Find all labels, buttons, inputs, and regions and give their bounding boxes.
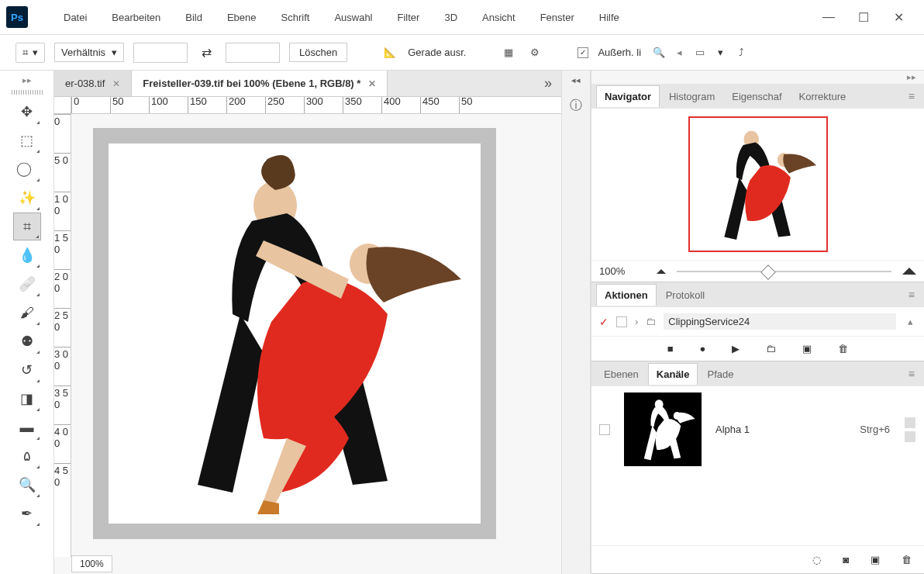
swap-dimensions-icon[interactable]: ⇄ (197, 45, 216, 60)
stop-action-icon[interactable]: ■ (667, 343, 674, 354)
chevron-down-icon: ▾ (33, 47, 38, 58)
ratio-select[interactable]: Verhältnis ▾ (54, 43, 124, 62)
zoom-out-icon[interactable] (657, 269, 666, 274)
channel-visibility-toggle[interactable] (599, 424, 610, 435)
new-channel-icon[interactable]: ▣ (871, 554, 880, 565)
collapse-panels-icon[interactable]: ▸▸ (591, 71, 924, 84)
expand-toolbar-icon[interactable]: ▸▸ (22, 75, 32, 85)
canvas-viewport[interactable]: 05010015020025030035040045050 05 01 0 01… (54, 97, 561, 574)
marquee-tool[interactable]: ⬚ (13, 126, 41, 154)
load-selection-icon[interactable]: ◌ (812, 554, 821, 565)
ruler-origin[interactable] (54, 97, 71, 114)
menu-window[interactable]: Fenster (528, 0, 587, 35)
panel-menu-icon[interactable]: ≡ (904, 90, 919, 102)
move-tool[interactable]: ✥ (13, 98, 41, 126)
document-tab[interactable]: Freisteller-039.tif bei 100% (Ebene 1, R… (132, 71, 388, 96)
channel-row[interactable]: Alpha 1 Strg+6 (591, 386, 924, 472)
tab-layers[interactable]: Ebenen (596, 364, 646, 385)
tab-adjustments[interactable]: Korrekture (791, 86, 854, 107)
settings-gear-icon[interactable]: ⚙ (526, 44, 543, 61)
channels-panel: Ebenen Kanäle Pfade ≡ (591, 361, 924, 574)
new-action-icon[interactable]: ▣ (802, 343, 812, 354)
action-set-row[interactable]: ClippingService24 (664, 313, 896, 330)
collapse-strip-icon[interactable]: ◂◂ (571, 75, 581, 85)
brush-tool[interactable]: 🖌 (13, 299, 41, 327)
toolbar-handle[interactable] (12, 90, 43, 95)
tab-properties[interactable]: Eigenschaf (724, 86, 789, 107)
zoom-slider[interactable] (677, 271, 891, 272)
tab-histogram[interactable]: Histogram (661, 86, 722, 107)
menu-3d[interactable]: 3D (432, 0, 470, 35)
channel-scrollbar[interactable] (904, 417, 916, 442)
maximize-button[interactable]: ☐ (856, 9, 871, 25)
gradient-tool[interactable]: ▬ (13, 413, 41, 441)
screen-mode-icon[interactable]: ▭ (691, 44, 709, 61)
tab-navigator[interactable]: Navigator (596, 85, 660, 107)
menu-edit[interactable]: Bearbeiten (99, 0, 173, 35)
straighten-icon[interactable]: 📐 (381, 44, 398, 61)
delete-outside-label: Außerh. li (598, 47, 641, 58)
close-tab-icon[interactable]: ✕ (368, 78, 376, 89)
right-panels: ▸▸ Navigator Histogram Eigenschaf Korrek… (591, 71, 924, 574)
panel-menu-icon[interactable]: ≡ (904, 368, 919, 380)
menu-image[interactable]: Bild (173, 0, 215, 35)
minimize-button[interactable]: — (821, 9, 836, 25)
tab-actions[interactable]: Aktionen (596, 284, 657, 306)
clone-stamp-tool[interactable]: ⚉ (13, 327, 41, 355)
info-panel-icon[interactable]: ⓘ (570, 98, 582, 114)
menu-file[interactable]: Datei (51, 0, 99, 35)
menu-layer[interactable]: Ebene (215, 0, 269, 35)
zoom-in-icon[interactable] (902, 268, 916, 275)
tab-paths[interactable]: Pfade (699, 364, 741, 385)
menu-type[interactable]: Schrift (269, 0, 322, 35)
document-tab-label: Freisteller-039.tif bei 100% (Ebene 1, R… (143, 78, 360, 89)
eyedropper-tool[interactable]: 💧 (13, 241, 41, 269)
dodge-tool[interactable]: 🔍 (13, 471, 41, 499)
document-tab[interactable]: er-038.tif ✕ (54, 71, 132, 96)
blur-tool[interactable]: ۵ (13, 442, 41, 470)
new-set-icon[interactable]: 🗀 (766, 343, 776, 354)
scroll-up-icon[interactable]: ▴ (904, 316, 916, 327)
action-dialog-toggle[interactable] (616, 316, 627, 327)
canvas[interactable] (93, 128, 496, 539)
delete-outside-checkbox[interactable]: ✓ (578, 47, 588, 58)
save-selection-icon[interactable]: ◙ (843, 554, 849, 565)
artboard[interactable] (109, 144, 481, 524)
clear-button[interactable]: Löschen (289, 43, 347, 62)
share-icon[interactable]: ⤴ (733, 44, 750, 61)
tab-history[interactable]: Protokoll (658, 285, 713, 306)
crop-tool[interactable]: ⌗ (13, 213, 41, 240)
panel-menu-icon[interactable]: ≡ (904, 289, 919, 301)
crop-width-input[interactable] (133, 43, 188, 63)
close-tab-icon[interactable]: ✕ (112, 78, 120, 89)
horizontal-ruler[interactable]: 05010015020025030035040045050 (71, 97, 561, 114)
crop-height-input[interactable] (226, 43, 280, 63)
pen-tool[interactable]: ✒ (13, 500, 41, 527)
menu-filter[interactable]: Filter (385, 0, 433, 35)
history-brush-tool[interactable]: ↺ (13, 356, 41, 384)
play-action-icon[interactable]: ▶ (732, 343, 740, 354)
navigator-thumbnail[interactable] (688, 116, 828, 252)
menu-help[interactable]: Hilfe (587, 0, 632, 35)
tab-channels[interactable]: Kanäle (648, 363, 698, 385)
grid-overlay-icon[interactable]: ▦ (500, 44, 517, 61)
zoom-level[interactable]: 100% (71, 555, 112, 572)
crop-tool-indicator[interactable]: ⌗ ▾ (16, 43, 45, 63)
search-icon[interactable]: 🔍 (650, 44, 667, 61)
menu-select[interactable]: Auswahl (322, 0, 384, 35)
magic-wand-tool[interactable]: ✨ (13, 184, 41, 212)
tools-toolbar: ▸▸ ✥ ⬚ ⃝ ✨ ⌗ 💧 🩹 🖌 ⚉ ↺ ◨ ▬ ۵ 🔍 ✒ (0, 71, 54, 574)
lasso-tool[interactable]: ⃝ (13, 155, 41, 183)
close-window-button[interactable]: ✕ (891, 9, 906, 25)
more-tabs-icon[interactable]: » (535, 71, 561, 96)
disclosure-icon[interactable]: › (635, 316, 638, 327)
navigator-zoom-value[interactable]: 100% (599, 265, 646, 277)
record-action-icon[interactable]: ● (700, 343, 706, 354)
healing-brush-tool[interactable]: 🩹 (13, 270, 41, 298)
delete-action-icon[interactable]: 🗑 (838, 343, 848, 354)
vertical-ruler[interactable]: 05 01 0 01 5 02 0 02 5 03 0 03 5 04 0 04… (54, 114, 71, 557)
action-enabled-icon[interactable]: ✓ (599, 316, 609, 328)
menu-view[interactable]: Ansicht (470, 0, 528, 35)
delete-channel-icon[interactable]: 🗑 (902, 554, 912, 565)
eraser-tool[interactable]: ◨ (13, 385, 41, 413)
